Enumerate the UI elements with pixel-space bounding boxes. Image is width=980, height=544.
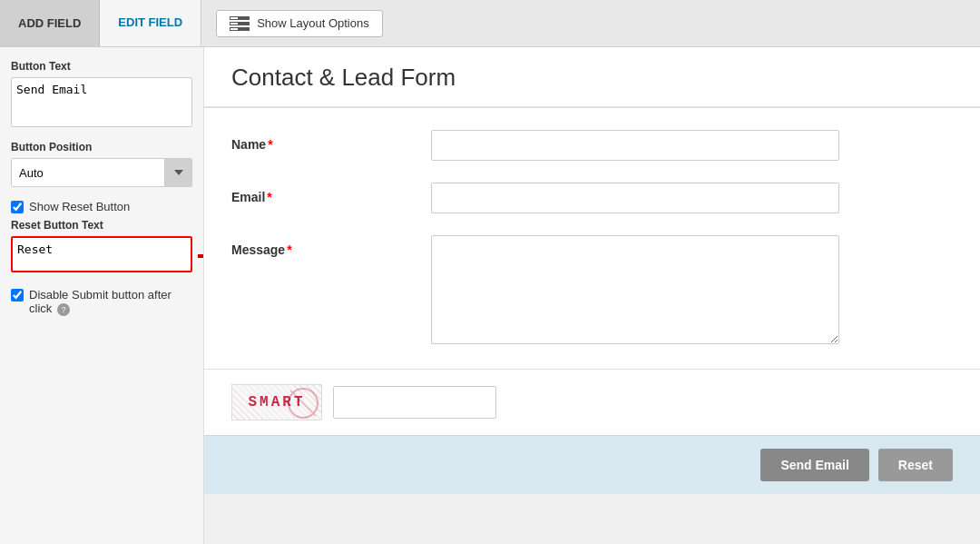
name-field-row: Name* bbox=[231, 130, 953, 161]
email-label: Email* bbox=[231, 183, 431, 204]
message-label: Message* bbox=[231, 235, 431, 257]
form-title: Contact & Lead Form bbox=[231, 64, 953, 92]
help-icon[interactable]: ? bbox=[57, 303, 70, 316]
name-input[interactable] bbox=[431, 130, 839, 161]
svg-line-7 bbox=[290, 391, 316, 416]
reset-text-input[interactable] bbox=[11, 236, 192, 272]
arrow-line bbox=[198, 254, 204, 258]
captcha-section: SMART bbox=[204, 369, 980, 435]
left-panel: Button Text Button Position Auto Left Ce… bbox=[0, 47, 204, 544]
dropdown-arrow-icon[interactable] bbox=[164, 159, 191, 186]
svg-rect-3 bbox=[230, 17, 238, 19]
submit-bar: Send Email Reset bbox=[204, 435, 980, 494]
tab-edit-field[interactable]: EdIT FIELD bbox=[100, 0, 201, 46]
disable-submit-checkbox[interactable] bbox=[11, 289, 24, 302]
button-text-input[interactable] bbox=[11, 77, 192, 127]
show-reset-checkbox[interactable] bbox=[11, 201, 24, 213]
email-input[interactable] bbox=[431, 183, 839, 213]
message-field-row: Message* bbox=[231, 235, 953, 347]
captcha-image: SMART bbox=[231, 384, 322, 420]
button-position-label: Button Position bbox=[11, 141, 192, 153]
reset-textarea-wrap bbox=[11, 236, 192, 275]
email-field-row: Email* bbox=[231, 183, 953, 213]
position-select-wrap: Auto Left Center Right bbox=[11, 158, 192, 187]
main-area: Button Text Button Position Auto Left Ce… bbox=[0, 47, 980, 544]
show-reset-label: Show Reset Button bbox=[29, 200, 130, 213]
tab-add-field[interactable]: ADD FIELD bbox=[0, 0, 100, 46]
show-layout-options-button[interactable]: Show Layout Options bbox=[216, 10, 383, 37]
right-area: Contact & Lead Form Name* Email* bbox=[204, 47, 980, 544]
reset-button[interactable]: Reset bbox=[878, 449, 953, 481]
captcha-input[interactable] bbox=[333, 386, 496, 419]
message-required-star: * bbox=[287, 242, 291, 257]
show-layout-options-label: Show Layout Options bbox=[257, 16, 369, 30]
arrow-indicator bbox=[198, 248, 204, 264]
disable-submit-row: Disable Submit button after click ? bbox=[11, 288, 192, 316]
layout-icon bbox=[230, 16, 250, 31]
top-toolbar: ADD FIELD EdIT FIELD Show Layout Options bbox=[0, 0, 980, 47]
svg-rect-4 bbox=[230, 23, 238, 25]
name-required-star: * bbox=[268, 137, 272, 152]
disable-submit-label: Disable Submit button after click ? bbox=[29, 288, 192, 316]
email-input-wrap bbox=[431, 183, 839, 213]
message-input[interactable] bbox=[431, 235, 839, 344]
message-input-wrap bbox=[431, 235, 839, 347]
form-title-bar: Contact & Lead Form bbox=[204, 47, 980, 107]
captcha-stamp-icon bbox=[287, 387, 319, 420]
name-input-wrap bbox=[431, 130, 839, 161]
svg-rect-5 bbox=[230, 28, 238, 30]
name-label: Name* bbox=[231, 130, 431, 152]
button-text-label: Button Text bbox=[11, 60, 192, 73]
show-reset-button-row: Show Reset Button bbox=[11, 200, 192, 213]
button-position-select[interactable]: Auto Left Center Right bbox=[12, 162, 164, 184]
email-required-star: * bbox=[267, 190, 271, 204]
send-email-button[interactable]: Send Email bbox=[760, 449, 868, 481]
reset-button-text-label: Reset Button Text bbox=[11, 219, 192, 232]
form-fields-section: Name* Email* Message* bbox=[204, 107, 980, 369]
